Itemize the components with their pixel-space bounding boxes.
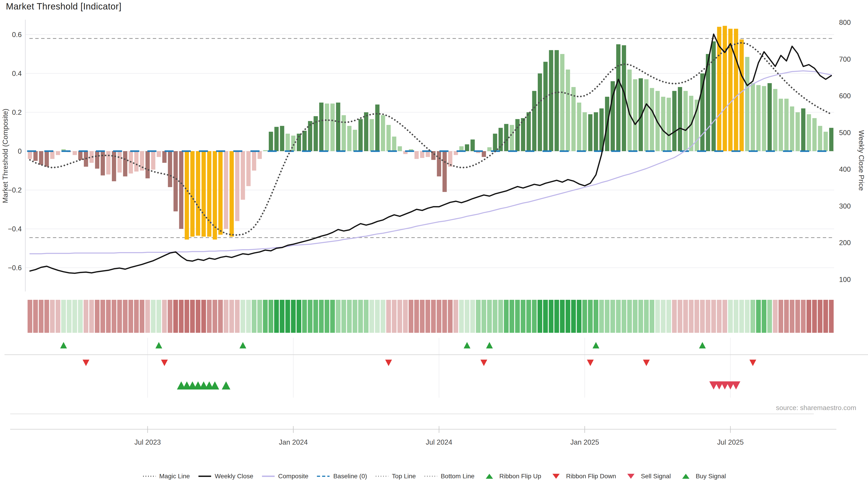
composite-line xyxy=(30,71,831,254)
line-swatch-icon xyxy=(142,473,157,480)
ribbon-cell xyxy=(364,300,368,333)
threshold-bar xyxy=(790,106,794,151)
ribbon-cell xyxy=(823,300,828,333)
threshold-bar xyxy=(246,151,251,186)
ribbon-cell xyxy=(672,300,677,333)
threshold-bar xyxy=(437,151,441,176)
ribbon-cell xyxy=(246,300,251,333)
threshold-bar xyxy=(616,44,620,151)
threshold-bar xyxy=(196,151,200,236)
threshold-bar xyxy=(106,151,111,174)
ribbon-cell xyxy=(689,300,693,333)
legend-label: Ribbon Flip Up xyxy=(499,473,541,480)
ribbon-cell xyxy=(190,300,195,333)
ribbon-cell xyxy=(650,300,654,333)
legend-label: Magic Line xyxy=(159,473,190,480)
threshold-bar xyxy=(123,151,127,176)
swatch-triangle xyxy=(486,474,493,479)
ribbon-cell xyxy=(588,300,593,333)
threshold-bar xyxy=(678,87,682,151)
ribbon-cell xyxy=(504,300,508,333)
ribbon-cell xyxy=(728,300,733,333)
ribbon-cell xyxy=(78,300,83,333)
legend-item-baseline-0-: Baseline (0) xyxy=(316,473,367,480)
ribbon-flip-up-icon xyxy=(239,342,246,349)
legend-item-composite: Composite xyxy=(261,473,309,480)
threshold-bar xyxy=(487,147,492,151)
ribbon-cell xyxy=(162,300,167,333)
threshold-bar xyxy=(807,114,811,151)
threshold-bar xyxy=(174,151,178,212)
date-tick-label: Jan 2024 xyxy=(279,438,308,446)
ribbon-cell xyxy=(711,300,716,333)
ribbon-cell xyxy=(829,300,834,333)
threshold-bar xyxy=(134,151,138,171)
ribbon-cell xyxy=(543,300,548,333)
buy-signal-icon xyxy=(211,381,219,390)
ribbon-cell xyxy=(717,300,721,333)
ribbon-cell xyxy=(134,300,139,333)
legend-item-top-line: Top Line xyxy=(375,473,416,480)
ribbon-cell xyxy=(638,300,643,333)
ribbon-cell xyxy=(560,300,565,333)
ribbon-cell xyxy=(605,300,610,333)
threshold-bar xyxy=(28,151,32,159)
ribbon-strip xyxy=(28,300,834,333)
threshold-bar xyxy=(650,88,654,151)
ribbon-cell xyxy=(33,300,38,333)
ribbon-cell xyxy=(594,300,598,333)
legend-item-weekly-close: Weekly Close xyxy=(197,473,253,480)
threshold-bar xyxy=(583,112,587,151)
ribbon-cell xyxy=(694,300,699,333)
threshold-bar xyxy=(179,151,183,229)
threshold-bar xyxy=(426,151,430,157)
threshold-bar xyxy=(560,54,564,151)
ribbon-cell xyxy=(341,300,346,333)
ribbon-cell xyxy=(123,300,127,333)
ribbon-cell xyxy=(498,300,503,333)
threshold-bar xyxy=(33,151,38,161)
threshold-bar xyxy=(303,131,307,151)
ribbon-cell xyxy=(358,300,363,333)
threshold-bar xyxy=(168,151,172,187)
threshold-bar xyxy=(801,108,805,151)
threshold-bar xyxy=(263,150,268,151)
ribbon-cell xyxy=(352,300,358,333)
left-tick-label: 0.2 xyxy=(12,108,22,116)
threshold-bar xyxy=(796,112,800,151)
ribbon-cell xyxy=(655,300,660,333)
threshold-bar xyxy=(218,151,223,235)
threshold-bar xyxy=(420,151,424,158)
legend-item-ribbon-flip-down: Ribbon Flip Down xyxy=(549,473,616,480)
ribbon-cell xyxy=(263,300,268,333)
ribbon-cell xyxy=(818,300,823,333)
threshold-bar xyxy=(824,132,828,151)
threshold-bar xyxy=(95,151,99,168)
legend-item-buy-signal: Buy Signal xyxy=(679,473,726,480)
ribbon-cell xyxy=(470,300,475,333)
ribbon-cell xyxy=(521,300,526,333)
ribbon-cell xyxy=(257,300,262,333)
threshold-bar xyxy=(779,99,783,151)
ribbon-cell xyxy=(128,300,133,333)
threshold-bar xyxy=(224,151,228,229)
threshold-bar xyxy=(498,128,503,151)
left-tick-label: −0.6 xyxy=(8,264,22,272)
ribbon-cell xyxy=(213,300,217,333)
threshold-bar xyxy=(526,112,531,151)
right-tick-label: 300 xyxy=(839,202,851,210)
down-triangle-icon xyxy=(549,473,563,480)
threshold-bar xyxy=(644,79,649,151)
threshold-bar xyxy=(386,125,391,151)
ribbon-cell xyxy=(493,300,498,333)
ribbon-cell xyxy=(313,300,318,333)
threshold-bar xyxy=(493,134,497,151)
threshold-bar xyxy=(241,151,245,200)
threshold-bar xyxy=(235,151,239,221)
ribbon-cell xyxy=(644,300,649,333)
threshold-bar xyxy=(190,151,195,236)
threshold-bar xyxy=(544,62,548,151)
ribbon-cell xyxy=(577,300,582,333)
threshold-bar xyxy=(398,147,402,151)
ribbon-cell xyxy=(616,300,621,333)
